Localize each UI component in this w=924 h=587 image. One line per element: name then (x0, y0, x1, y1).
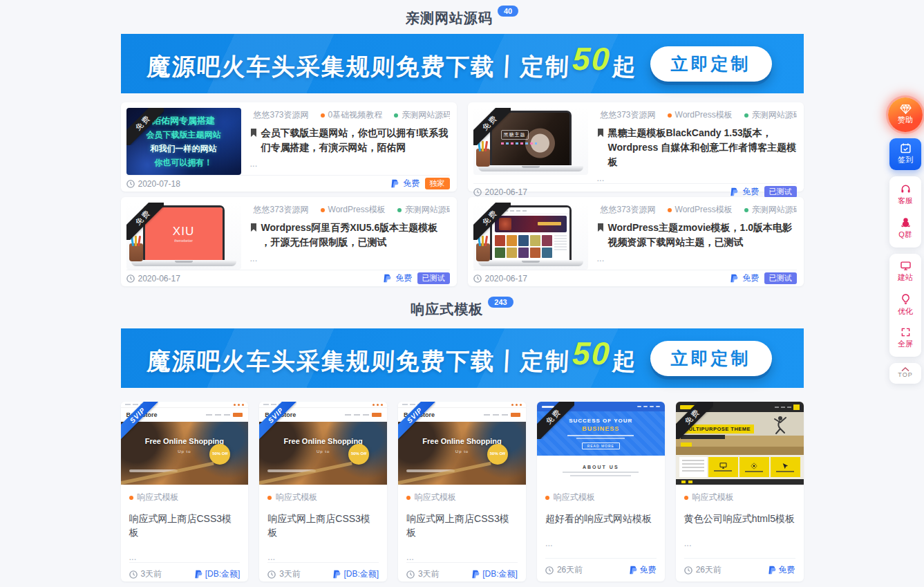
category-link[interactable]: 响应式模板 (684, 492, 795, 503)
category-link[interactable]: 响应式模板 (267, 492, 379, 503)
template-card[interactable]: 免费 MULTIPURPOSE THEME (676, 402, 804, 581)
template-title-link[interactable]: 响应式网上商店CSS3模板 (129, 512, 241, 539)
page-title: 响应式模板 (411, 300, 483, 319)
excerpt-ellipsis: ... (545, 538, 657, 548)
headset-icon (901, 184, 911, 194)
pay-icon (730, 187, 738, 196)
category-link[interactable]: 0基础视频教程 (321, 109, 383, 121)
template-title-link[interactable]: 黄色公司响应式html5模板 (684, 512, 795, 525)
customize-now-button[interactable]: 立即定制 (650, 341, 772, 376)
template-title-link[interactable]: 响应式网上商店CSS3模板 (406, 512, 518, 539)
price-label: [DB:金额] (472, 568, 518, 580)
site-build-button[interactable]: 建站 (889, 256, 921, 288)
orange-dot-icon (267, 496, 272, 500)
template-card[interactable]: SVIP Best Store Free Online Shopping Up … (259, 402, 387, 581)
fullscreen-button[interactable]: 全屏 (889, 322, 921, 355)
article-card[interactable]: 免费 陌佑网专属搭建 会员下载版主题网站 和我们一样的网站 你也可以拥有！ 悠悠… (121, 102, 457, 192)
article-card[interactable]: 免费 (468, 197, 804, 286)
laptop-screen: XIU themebetter (143, 205, 225, 260)
status-badge: 已测试 (417, 272, 450, 284)
pay-icon (333, 570, 341, 579)
template-thumbnail[interactable]: SUCCESS OF YOUR BUSINESS READ MORE ABOUT… (537, 402, 665, 485)
template-title-link[interactable]: 响应式网上商店CSS3模板 (267, 512, 379, 539)
pencil-cup-graphic (129, 243, 143, 261)
pay-icon (384, 274, 391, 283)
laptop-base (131, 261, 236, 266)
pay-icon (472, 570, 480, 579)
category-link[interactable]: 响应式模板 (545, 492, 657, 503)
article-thumbnail[interactable] (473, 203, 588, 270)
excerpt-ellipsis: ... (267, 552, 379, 562)
template-thumbnail[interactable]: Best Store Free Online Shopping Up to 50… (259, 402, 387, 485)
source-link[interactable]: 悠悠373资源网 (601, 109, 656, 121)
orange-dot-icon (321, 208, 325, 212)
excerpt-ellipsis: ... (250, 253, 450, 263)
category-link[interactable]: WordPress模板 (668, 204, 733, 216)
bookmark-icon (597, 223, 604, 232)
template-thumbnail[interactable]: MULTIPURPOSE THEME (676, 402, 804, 485)
template-thumbnail[interactable]: Best Store Free Online Shopping Up to 50… (398, 402, 526, 485)
template-card[interactable]: SVIP Best Store Free Online Shopping Up … (398, 402, 526, 581)
status-badge: 已测试 (764, 186, 797, 198)
bookmark-icon (597, 129, 604, 137)
template-thumbnail[interactable]: Best Store Free Online Shopping Up to 50… (121, 402, 249, 485)
diamond-icon (900, 104, 912, 114)
category-link[interactable]: WordPress模板 (321, 204, 386, 216)
article-title-link[interactable]: 会员下载版主题网站，你也可以拥有!联系我们专属搭建，有演示网站，陌佑网 (250, 126, 450, 155)
promo-banner[interactable]: 魔源吧火车头采集规则免费下载丨定制50起 立即定制 (121, 328, 804, 388)
category-link[interactable]: WordPress模板 (668, 109, 733, 121)
category-link[interactable]: 响应式模板 (406, 492, 518, 503)
promo-banner[interactable]: 魔源吧火车头采集规则免费下载丨定制50起 立即定制 (121, 34, 804, 93)
price-label: [DB:金额] (333, 568, 379, 580)
customize-now-button[interactable]: 立即定制 (650, 46, 772, 82)
orange-dot-icon (321, 113, 325, 118)
category-link[interactable]: 亲测网站源码 (397, 204, 450, 216)
article-meta: 悠悠373资源网 WordPress模板 亲测网站源码 (250, 204, 450, 216)
article-card[interactable]: 免费 XIU themebetter (121, 197, 457, 286)
template-card[interactable]: 免费 SUCCESS OF YOUR BUSINESS READ MORE AB… (537, 402, 665, 581)
template-footer: 26天前 免费 (545, 558, 657, 581)
article-meta: 悠悠373资源网 0基础视频教程 亲测网站源码 (250, 109, 450, 121)
status-badge: 独家 (425, 178, 450, 189)
excerpt-ellipsis: ... (250, 158, 450, 169)
back-to-top-button[interactable]: TOP (889, 363, 921, 384)
source-link[interactable]: 悠悠373资源网 (601, 204, 656, 216)
source-link[interactable]: 悠悠373资源网 (254, 109, 309, 121)
laptop-base (478, 166, 583, 171)
article-title-link[interactable]: 黑糖主题模板BlackCandy 1.53版本，Wordpress 自媒体和创意… (597, 126, 797, 169)
orange-dot-icon (684, 496, 688, 500)
qq-group-button[interactable]: Q群 (889, 212, 921, 245)
article-footer: 2020-06-17 免费 已测试 (473, 270, 797, 286)
banner-headline: 魔源吧火车头采集规则免费下载丨定制50起 (146, 45, 638, 83)
orange-dot-icon (668, 208, 672, 212)
template-title-link[interactable]: 超好看的响应式网站模板 (545, 512, 657, 525)
status-badge: 已测试 (764, 272, 797, 284)
template-card[interactable]: SVIP Best Store Free Online Shopping Up … (121, 402, 249, 581)
article-title-link[interactable]: Wordpress阿里百秀XIU5.6版本主题模板 ，开源无任何限制版，已测试 (250, 221, 450, 250)
source-link[interactable]: 悠悠373资源网 (254, 204, 309, 216)
price-label: 免费 (396, 272, 413, 284)
article-thumbnail[interactable]: XIU themebetter (126, 203, 241, 270)
article-thumbnail[interactable]: 陌佑网专属搭建 会员下载版主题网站 和我们一样的网站 你也可以拥有！ (126, 108, 241, 175)
pencil-cup-graphic (476, 243, 490, 261)
clock-icon (684, 566, 692, 575)
category-link[interactable]: 亲测网站源码 (744, 109, 797, 121)
laptop-screen: 黑糖主题 (490, 111, 572, 165)
category-link[interactable]: 亲测网站源码 (744, 204, 797, 216)
blackcandy-screenshot: 黑糖主题 (492, 113, 569, 165)
sponsor-button[interactable]: 赞助 (888, 97, 923, 132)
publish-time: 3天前 (129, 568, 162, 580)
pay-icon (391, 179, 399, 188)
optimize-button[interactable]: 优化 (889, 288, 921, 322)
category-link[interactable]: 响应式模板 (129, 492, 241, 503)
category-link[interactable]: 亲测网站源码 (394, 109, 449, 121)
laptop-mockup: 黑糖主题 (473, 108, 588, 175)
article-card[interactable]: 免费 黑糖主题 悠悠373资源网 (468, 102, 804, 192)
clock-icon (129, 570, 138, 579)
checkin-button[interactable]: 签到 (889, 138, 921, 170)
orange-dot-icon (406, 496, 411, 500)
customer-service-button[interactable]: 客服 (889, 178, 921, 212)
article-thumbnail[interactable]: 黑糖主题 (473, 108, 588, 175)
clock-icon (473, 274, 482, 283)
article-title-link[interactable]: WordPress主题zmovie模板，1.0版本电影视频资源下载网站主题，已测… (597, 221, 797, 250)
